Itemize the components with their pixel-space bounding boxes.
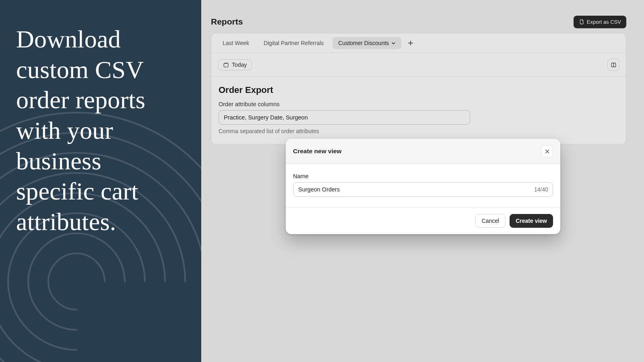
view-tabs: Last Week Digital Partner Referrals Cust…	[211, 33, 626, 53]
date-range-label: Today	[232, 62, 247, 68]
create-view-button[interactable]: Create view	[510, 214, 553, 228]
columns-icon	[611, 62, 617, 68]
modal-title: Create new view	[293, 148, 342, 155]
plus-icon	[408, 40, 413, 46]
tab-label: Customer Discounts	[338, 40, 389, 46]
toolbar: Today	[211, 53, 626, 77]
cancel-button[interactable]: Cancel	[475, 214, 506, 228]
marketing-panel: Download custom CSV order reports with y…	[0, 0, 201, 362]
page-title: Reports	[211, 17, 243, 27]
app-panel: Reports Export as CSV Last Week Digital …	[201, 0, 644, 362]
tab-customer-discounts[interactable]: Customer Discounts	[332, 37, 401, 49]
section-title: Order Export	[219, 85, 619, 95]
tab-last-week[interactable]: Last Week	[217, 37, 255, 49]
add-view-button[interactable]	[405, 37, 417, 49]
date-range-button[interactable]: Today	[218, 59, 252, 70]
tab-label: Last Week	[223, 40, 249, 46]
modal-header: Create new view	[286, 139, 560, 164]
marketing-headline: Download custom CSV order reports with y…	[0, 0, 201, 237]
modal-footer: Cancel Create view	[286, 207, 560, 234]
close-icon	[545, 149, 550, 154]
export-csv-button[interactable]: Export as CSV	[574, 16, 626, 28]
modal-close-button[interactable]	[541, 145, 553, 157]
calendar-icon	[223, 62, 229, 68]
columns-field-label: Order attribute columns	[219, 101, 619, 107]
file-icon	[579, 19, 584, 25]
report-card: Last Week Digital Partner Referrals Cust…	[211, 33, 626, 144]
view-name-label: Name	[293, 173, 553, 179]
order-attribute-columns-input[interactable]	[219, 110, 470, 125]
columns-help-text: Comma separated list of order attributes	[219, 128, 619, 134]
columns-button[interactable]	[607, 59, 619, 71]
view-name-input[interactable]	[293, 182, 553, 197]
order-export-section: Order Export Order attribute columns Com…	[211, 77, 626, 144]
tab-label: Digital Partner Referrals	[264, 40, 324, 46]
tab-digital-partner-referrals[interactable]: Digital Partner Referrals	[258, 37, 329, 49]
char-count: 14/40	[534, 186, 548, 193]
svg-rect-0	[224, 63, 228, 67]
create-view-modal: Create new view Name 14/40 Cancel Create…	[286, 139, 560, 234]
chevron-down-icon	[391, 41, 396, 45]
export-csv-label: Export as CSV	[587, 19, 621, 25]
